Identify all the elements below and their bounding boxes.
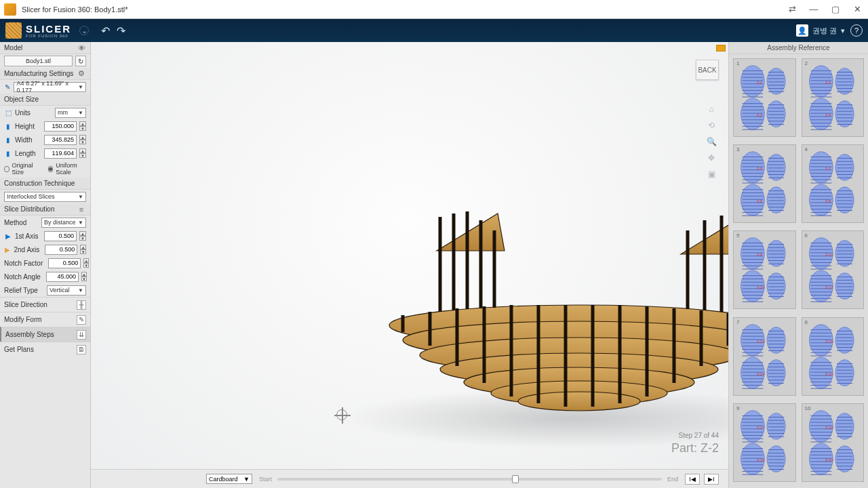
current-part: Part: Z-2: [671, 441, 719, 455]
chevron-down-icon: ▾: [841, 26, 845, 35]
assembly-reference-panel: Assembly Reference 1Z-1Z-22Z-3Z-43Z-5Z-6…: [728, 42, 868, 488]
view-nav-tools: ⌂ ⟲ 🔍 ✥ ▣: [704, 103, 719, 180]
length-input[interactable]: [44, 148, 77, 159]
distribution-icon[interactable]: ≡: [77, 205, 86, 214]
width-input[interactable]: [44, 135, 77, 145]
sheet-number: 6: [805, 232, 808, 239]
bottom-bar: Cardboard▼ Start End I◀ ▶I: [91, 469, 728, 488]
svg-text:Z-20: Z-20: [825, 458, 833, 462]
sheet-thumb-6[interactable]: 6Z-11Z-12: [802, 230, 865, 309]
slice-direction-button[interactable]: Slice Direction ╫: [0, 297, 90, 312]
sheet-number: 1: [736, 60, 739, 66]
method-select[interactable]: By distance▼: [41, 218, 86, 228]
sheet-thumb-3[interactable]: 3Z-5Z-6: [733, 144, 796, 223]
step-back-button[interactable]: I◀: [685, 474, 700, 485]
app-icon: [4, 3, 16, 16]
svg-text:Z-5: Z-5: [757, 167, 763, 171]
help-button[interactable]: ?: [850, 24, 863, 37]
axis1-input[interactable]: [44, 231, 77, 241]
panel-toggle-button[interactable]: [716, 45, 726, 52]
sheet-thumb-5[interactable]: 5Z-9Z-10: [733, 230, 796, 309]
home-view-icon[interactable]: ⌂: [705, 103, 717, 115]
avatar-icon: 👤: [796, 24, 808, 37]
length-down[interactable]: ▼: [79, 153, 86, 158]
width-up[interactable]: ▲: [79, 135, 86, 140]
pan-icon[interactable]: ✥: [705, 152, 717, 164]
notch-angle-input[interactable]: [46, 272, 79, 282]
length-icon: ▮: [4, 149, 12, 157]
window-titlebar: Slicer for Fusion 360: Body1.stl* ⇄ — ▢ …: [0, 0, 868, 19]
svg-text:Z-6: Z-6: [757, 199, 763, 203]
sheet-thumb-4[interactable]: 4Z-7Z-8: [802, 144, 865, 223]
sheet-number: 8: [805, 319, 808, 325]
user-name: 권병 권: [812, 26, 837, 36]
user-menu[interactable]: 👤 권병 권 ▾: [796, 24, 845, 37]
length-up[interactable]: ▲: [79, 148, 86, 153]
assembly-steps-icon: ⇊: [77, 330, 86, 340]
sheet-number: 7: [736, 319, 739, 325]
slicer-logo-icon: [5, 22, 22, 39]
svg-point-6: [518, 392, 640, 411]
svg-text:Z-3: Z-3: [825, 81, 831, 85]
app-toolbar: SLICER FOR FUSION 360 ⌄ ↶ ↷ 👤 권병 권 ▾ ?: [0, 19, 868, 42]
app-menu-icon[interactable]: ⌄: [79, 26, 89, 35]
fit-icon[interactable]: ▣: [705, 168, 717, 180]
relief-select[interactable]: Vertical▼: [47, 285, 86, 296]
material-select[interactable]: Cardboard▼: [206, 474, 252, 484]
modify-form-button[interactable]: Modify Form ✎: [0, 312, 90, 327]
back-button[interactable]: BACK: [696, 60, 719, 80]
svg-text:Z-17: Z-17: [757, 426, 765, 430]
viewport-3d[interactable]: BACK ⌂ ⟲ 🔍 ✥ ▣: [91, 42, 728, 488]
pencil-icon[interactable]: ✎: [4, 83, 11, 91]
svg-text:Z-19: Z-19: [825, 426, 833, 430]
close-button[interactable]: ✕: [846, 0, 868, 19]
orbit-icon[interactable]: ⟲: [705, 119, 717, 131]
gear-icon[interactable]: ⚙: [77, 69, 86, 79]
sheet-thumb-7[interactable]: 7Z-13Z-14: [733, 317, 796, 396]
maximize-button[interactable]: ▢: [825, 0, 846, 19]
zoom-icon[interactable]: 🔍: [705, 136, 717, 148]
sheet-number: 9: [736, 405, 739, 411]
units-select[interactable]: mm▼: [55, 108, 86, 118]
axis1-icon: ▶: [4, 232, 12, 240]
construction-select[interactable]: Interlocked Slices▼: [4, 192, 86, 202]
original-size-radio[interactable]: [4, 166, 9, 172]
app-subtitle: FOR FUSION 360: [26, 34, 71, 38]
sheet-thumb-8[interactable]: 8Z-15Z-16: [802, 317, 865, 396]
minimize-button[interactable]: —: [803, 0, 825, 19]
sheet-thumbnail-grid: 1Z-1Z-22Z-3Z-43Z-5Z-64Z-7Z-85Z-9Z-106Z-1…: [729, 54, 868, 488]
timeline-thumb[interactable]: [512, 475, 519, 483]
sheet-preset-select[interactable]: A4 8.27" x 11.69" x 0.177▼: [14, 82, 86, 92]
svg-text:Z-14: Z-14: [757, 372, 766, 376]
axis2-input[interactable]: [45, 245, 77, 255]
uniform-scale-radio[interactable]: [48, 166, 54, 172]
width-down[interactable]: ▼: [79, 140, 86, 144]
step-forward-button[interactable]: ▶I: [704, 474, 719, 485]
undo-button[interactable]: ↶: [101, 24, 110, 37]
chromeless-icon[interactable]: ⇄: [781, 0, 803, 19]
construction-header: Construction Technique: [0, 178, 90, 190]
step-counter: Step 27 of 44: [671, 432, 719, 439]
get-plans-button[interactable]: Get Plans 🗎: [0, 342, 90, 357]
svg-text:Z-13: Z-13: [757, 339, 765, 343]
app-name: SLICER: [26, 24, 71, 34]
sheet-thumb-10[interactable]: 10Z-19Z-20: [802, 403, 865, 482]
redo-button[interactable]: ↷: [117, 24, 125, 37]
timeline-track[interactable]: [277, 478, 662, 481]
svg-text:Z-10: Z-10: [757, 285, 765, 289]
window-title: Slicer for Fusion 360: Body1.stl*: [20, 5, 781, 14]
height-up[interactable]: ▲: [79, 121, 86, 126]
assembly-steps-button[interactable]: Assembly Steps ⇊: [0, 327, 90, 342]
notch-factor-input[interactable]: [48, 258, 81, 268]
reload-model-button[interactable]: ↻: [75, 56, 86, 66]
sheet-thumb-1[interactable]: 1Z-1Z-2: [733, 58, 796, 137]
orbit-cursor-icon: [336, 409, 347, 420]
model-preview: [362, 190, 728, 420]
eye-icon[interactable]: 👁: [77, 43, 86, 53]
model-header: Model 👁: [0, 42, 90, 54]
model-name-button[interactable]: Body1.stl: [4, 56, 73, 66]
height-down[interactable]: ▼: [79, 126, 86, 131]
height-input[interactable]: [44, 121, 77, 131]
sheet-thumb-2[interactable]: 2Z-3Z-4: [802, 58, 865, 137]
sheet-thumb-9[interactable]: 9Z-17Z-18: [733, 403, 796, 482]
